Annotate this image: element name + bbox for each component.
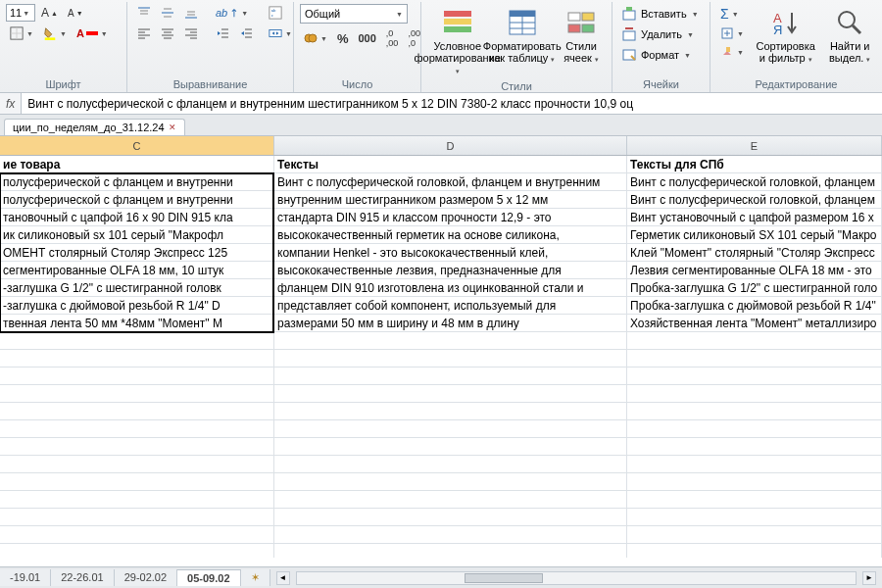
font-color-button[interactable]: A ▼	[73, 25, 112, 41]
cell[interactable]	[0, 456, 274, 472]
scroll-right-button[interactable]: ►	[862, 571, 876, 585]
font-size-input[interactable]: 11▼	[6, 4, 35, 22]
cell[interactable]: размерами 50 мм в ширину и 48 мм в длину	[274, 315, 627, 331]
decrease-font-button[interactable]: A▼	[64, 6, 87, 21]
cell[interactable]	[627, 403, 882, 419]
clear-button[interactable]: ▼	[716, 43, 748, 61]
autosum-button[interactable]: Σ▼	[716, 4, 743, 24]
cell[interactable]	[0, 526, 274, 543]
cell[interactable]: ик силиконовый sx 101 серый "Макрофл	[0, 226, 274, 243]
increase-indent-button[interactable]	[235, 24, 257, 42]
cell[interactable]: представляет собой компонент, используем…	[274, 297, 627, 314]
cell[interactable]: фланцем DIN 910 изготовлена из оцинкован…	[274, 279, 627, 296]
horizontal-scrollbar[interactable]	[296, 571, 857, 585]
merge-cells-button[interactable]: ▼	[265, 24, 296, 42]
decrease-indent-button[interactable]	[212, 24, 233, 42]
scrollbar-thumb[interactable]	[465, 573, 543, 583]
cell[interactable]	[0, 368, 274, 384]
cell[interactable]	[627, 456, 882, 472]
header-cell[interactable]: ие товара	[0, 156, 274, 172]
cell[interactable]: Винт с полусферической головкой, фланцем…	[274, 173, 627, 190]
formula-input[interactable]: Винт с полусферической с фланцем и внутр…	[22, 93, 882, 114]
new-sheet-button[interactable]: ✶	[241, 569, 270, 586]
cell[interactable]	[627, 526, 882, 543]
align-middle-button[interactable]	[157, 4, 178, 22]
cell[interactable]: полусферической с фланцем и внутренни	[0, 173, 274, 190]
header-cell[interactable]: Тексты для СПб	[627, 156, 882, 172]
align-top-button[interactable]	[133, 4, 155, 22]
fill-color-button[interactable]: ▼	[39, 24, 71, 42]
cell[interactable]: Герметик силиконовый SX 101 серый "Макро	[627, 226, 882, 243]
number-format-select[interactable]: Общий▼	[300, 4, 408, 24]
column-header-d[interactable]: D	[274, 136, 627, 155]
increase-decimal-button[interactable]: ,0,00	[382, 26, 403, 50]
cell[interactable]	[274, 332, 627, 349]
cell[interactable]	[0, 473, 274, 490]
cell[interactable]	[627, 350, 882, 367]
cell[interactable]: Пробка-заглушка с дюймовой резьбой R 1/4…	[627, 297, 882, 314]
cell[interactable]: компании Henkel - это высококачественный…	[274, 244, 627, 261]
align-center-button[interactable]	[157, 24, 178, 42]
sheet-tab[interactable]: -19.01	[0, 569, 51, 586]
cell[interactable]: Лезвия сегментированные OLFA 18 мм - это	[627, 262, 882, 278]
orientation-button[interactable]: ab↗▼	[212, 5, 252, 22]
cell[interactable]	[274, 456, 627, 472]
delete-cells-button[interactable]: Удалить▼	[618, 24, 697, 44]
conditional-formatting-button[interactable]: Условное форматирование ▾	[427, 4, 487, 78]
cell[interactable]	[0, 385, 274, 402]
cell[interactable]	[274, 526, 627, 543]
fill-button[interactable]: ▼	[716, 24, 748, 42]
cell[interactable]: -заглушка G 1/2" с шестигранной головк	[0, 279, 274, 296]
percent-format-button[interactable]: %	[333, 29, 353, 48]
cell[interactable]	[274, 420, 627, 437]
cell[interactable]: Винт с полусферической головкой, фланцем	[627, 191, 882, 208]
cell[interactable]	[0, 403, 274, 419]
align-bottom-button[interactable]	[180, 4, 202, 22]
sheet-tab[interactable]: 22-26.01	[51, 569, 114, 586]
cell[interactable]: полусферической с фланцем и внутренни	[0, 191, 274, 208]
increase-font-button[interactable]: A▲	[37, 4, 62, 22]
column-header-c[interactable]: C	[0, 136, 274, 155]
cell[interactable]	[274, 473, 627, 490]
insert-cells-button[interactable]: Вставить▼	[618, 4, 702, 24]
column-header-e[interactable]: E	[627, 136, 882, 155]
align-right-button[interactable]	[180, 24, 202, 42]
cell[interactable]: внутренним шестигранником размером 5 x 1…	[274, 191, 627, 208]
cell[interactable]: -заглушка с дюймовой резьбой R 1/4" D	[0, 297, 274, 314]
scroll-left-button[interactable]: ◄	[276, 571, 290, 585]
format-as-table-button[interactable]: Форматировать как таблицу ▾	[491, 4, 553, 67]
cell[interactable]	[274, 544, 627, 558]
cell[interactable]	[627, 385, 882, 402]
close-icon[interactable]: ✕	[169, 122, 176, 132]
cell[interactable]	[627, 491, 882, 508]
header-cell[interactable]: Тексты	[274, 156, 627, 172]
cell[interactable]	[627, 368, 882, 384]
cell[interactable]	[0, 509, 274, 525]
cell[interactable]: Хозяйственная лента "Момент" металлизиро	[627, 315, 882, 331]
cell[interactable]: высококачественные лезвия, предназначенн…	[274, 262, 627, 278]
cell[interactable]	[627, 544, 882, 558]
cell-styles-button[interactable]: Стили ячеек ▾	[557, 4, 606, 67]
cell[interactable]: Винт установочный с цапфой размером 16 х	[627, 209, 882, 225]
find-select-button[interactable]: Найти и выдел. ▾	[823, 4, 876, 67]
fx-icon[interactable]: fx	[0, 93, 22, 114]
cell[interactable]	[0, 332, 274, 349]
cell[interactable]	[627, 438, 882, 455]
sheet-tab[interactable]: 29-02.02	[115, 569, 177, 586]
cell[interactable]	[627, 473, 882, 490]
cell[interactable]	[627, 332, 882, 349]
cell[interactable]: высококачественный герметик на основе си…	[274, 226, 627, 243]
cell[interactable]	[274, 368, 627, 384]
cell[interactable]: ОМЕНТ столярный Столяр Экспресс 125	[0, 244, 274, 261]
cell[interactable]: твенная лента 50 мм *48мм "Момент" М	[0, 315, 274, 331]
align-left-button[interactable]	[133, 24, 155, 42]
cell[interactable]	[274, 491, 627, 508]
cell[interactable]	[274, 438, 627, 455]
cell[interactable]	[0, 420, 274, 437]
cell[interactable]	[0, 491, 274, 508]
cell[interactable]	[274, 350, 627, 367]
cell[interactable]	[0, 544, 274, 558]
sort-filter-button[interactable]: АЯ Сортировка и фильтр ▾	[752, 4, 819, 67]
borders-button[interactable]: ▼	[6, 24, 37, 42]
cell[interactable]	[0, 438, 274, 455]
